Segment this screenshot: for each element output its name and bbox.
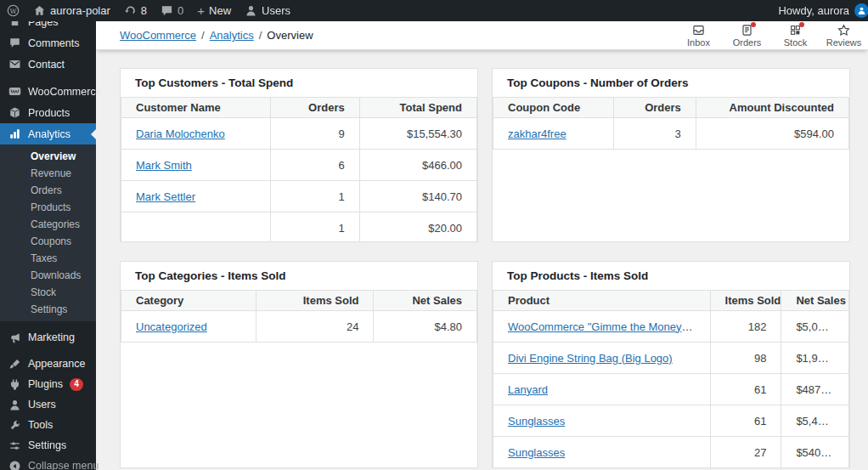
sidebar-item-plugins[interactable]: Plugins4	[0, 374, 96, 394]
comments-menu[interactable]: 0	[154, 0, 190, 21]
plugins-update-badge: 4	[70, 378, 83, 391]
table-cell: $594.00	[696, 118, 848, 150]
panel-top-coupons: Top Coupons - Number of Orders Coupon Co…	[492, 68, 850, 242]
table-cell: Lanyard	[493, 374, 711, 405]
breadcrumb-analytics[interactable]: Analytics	[210, 29, 254, 42]
brush-icon	[8, 358, 21, 371]
table-row: Lanyard61$487.39	[493, 374, 849, 405]
sidebar-item-comments[interactable]: Comments	[0, 32, 96, 54]
user-avatar[interactable]	[854, 3, 868, 18]
table-cell: 1	[270, 212, 359, 243]
activity-label: Orders	[733, 37, 762, 48]
column-header: Amount Discounted	[696, 98, 848, 118]
sidebar-item-woocommerce[interactable]: WooCommerce	[0, 81, 96, 102]
analytics-submenu: OverviewRevenueOrdersProductsCategoriesC…	[0, 144, 96, 321]
activity-button-reviews[interactable]: Reviews	[820, 21, 868, 49]
table-cell-link[interactable]: Sunglasses	[508, 415, 565, 428]
table-cell: $140.70	[359, 181, 476, 212]
activity-button-stock[interactable]: Stock	[771, 21, 820, 49]
breadcrumb-woocommerce[interactable]: WooCommerce	[120, 29, 196, 42]
table-cell-link[interactable]: Daria Molochenko	[136, 127, 225, 140]
unread-dot	[751, 22, 756, 27]
table-cell: 24	[256, 311, 374, 343]
activity-button-orders[interactable]: Orders	[723, 21, 771, 49]
table-cell: 61	[710, 374, 781, 405]
person-icon	[245, 4, 257, 17]
table-cell: Sunglasses	[493, 405, 711, 437]
submenu-item-taxes[interactable]: Taxes	[0, 250, 96, 267]
sidebar-item-label: Contact	[28, 59, 65, 71]
table-row: Sunglasses61$5,490.00	[493, 405, 849, 437]
sidebar-item-users[interactable]: Users	[0, 394, 96, 415]
table-header-row: Coupon CodeOrdersAmount Discounted	[493, 98, 849, 118]
table-cell: 1	[270, 181, 359, 212]
table-cell	[121, 212, 271, 243]
submenu-item-settings[interactable]: Settings	[0, 301, 96, 318]
column-header: Total Spend	[359, 98, 476, 118]
table-cell: Daria Molochenko	[121, 118, 271, 150]
table-cell: WooCommerce "Gimme the Money" Zipper Hoo…	[493, 311, 711, 343]
activity-button-inbox[interactable]: Inbox	[674, 21, 723, 49]
updates-menu[interactable]: 8	[117, 0, 154, 21]
table-cell-link[interactable]: Sunglasses	[508, 446, 565, 459]
column-header: Net Sales	[374, 291, 477, 311]
table-row: Mark Smith6$466.00	[121, 150, 477, 181]
site-name-menu[interactable]: aurora-polar	[26, 0, 117, 21]
admin-sidebar: PagesCommentsContactWooCommerceProductsA…	[0, 0, 96, 470]
submenu-item-orders[interactable]: Orders	[0, 182, 96, 199]
table-cell-link[interactable]: zakhar4free	[508, 127, 566, 140]
submenu-item-stock[interactable]: Stock	[0, 284, 96, 301]
users-label: Users	[262, 4, 290, 17]
submenu-item-products[interactable]: Products	[0, 199, 96, 216]
table-cell-link[interactable]: Mark Smith	[136, 159, 192, 172]
admin-bar-left: W aurora-polar 8 0 + New Users	[0, 0, 297, 21]
panel-title: Top Categories - Items Sold	[121, 262, 477, 290]
new-content-menu[interactable]: + New	[190, 0, 238, 21]
sidebar-item-products[interactable]: Products	[0, 102, 96, 123]
column-header: Items Sold	[256, 291, 374, 311]
table-cell-link[interactable]: Uncategorized	[136, 320, 207, 333]
table-cell: Mark Settler	[121, 181, 271, 212]
active-menu-arrow	[86, 129, 96, 139]
activity-label: Inbox	[687, 37, 710, 48]
sidebar-item-label: Marketing	[28, 331, 75, 343]
column-header: Category	[121, 291, 256, 311]
sidebar-item-settings[interactable]: Settings	[0, 435, 96, 456]
panel-title: Top Coupons - Number of Orders	[493, 69, 849, 97]
comments-icon	[8, 37, 21, 49]
admin-bar: W aurora-polar 8 0 + New Users Howdy, au…	[0, 0, 868, 21]
submenu-item-categories[interactable]: Categories	[0, 216, 96, 233]
table-cell: $15,554.30	[359, 118, 476, 150]
table-cell-link[interactable]: WooCommerce "Gimme the Money" Zipper Hoo…	[508, 320, 710, 333]
column-header: Orders	[614, 98, 696, 118]
table-row: WooCommerce "Gimme the Money" Zipper Hoo…	[493, 311, 849, 343]
users-admin-menu[interactable]: Users	[238, 0, 297, 21]
sidebar-item-collapse-menu[interactable]: Collapse menu	[0, 456, 96, 470]
table-cell: 9	[270, 118, 359, 150]
sidebar-item-tools[interactable]: Tools	[0, 415, 96, 435]
table-cell: Divi Engine String Bag (Big Logo)	[493, 343, 711, 374]
wordpress-logo-menu[interactable]: W	[0, 0, 26, 21]
sidebar-item-analytics[interactable]: Analytics	[0, 123, 96, 144]
submenu-item-revenue[interactable]: Revenue	[0, 165, 96, 182]
table-cell-link[interactable]: Divi Engine String Bag (Big Logo)	[508, 352, 673, 365]
sidebar-item-marketing[interactable]: Marketing	[0, 327, 96, 348]
submenu-item-overview[interactable]: Overview	[0, 148, 96, 165]
table-cell-link[interactable]: Mark Settler	[136, 190, 195, 203]
table-row: Divi Engine String Bag (Big Logo)98$1,95…	[493, 343, 849, 374]
submenu-item-downloads[interactable]: Downloads	[0, 267, 96, 284]
sidebar-item-contact[interactable]: Contact	[0, 54, 96, 75]
update-count: 8	[141, 4, 147, 17]
admin-bar-right: Howdy, aurora	[778, 0, 868, 21]
user-icon	[8, 399, 21, 411]
howdy-label[interactable]: Howdy, aurora	[778, 4, 854, 17]
sidebar-item-appearance[interactable]: Appearance	[0, 354, 96, 374]
table-cell-link[interactable]: Lanyard	[508, 383, 548, 396]
update-icon	[124, 4, 137, 17]
sliders-icon	[8, 439, 21, 452]
analytics-dashboard: Top Customers - Total Spend Customer Nam…	[96, 50, 868, 468]
collapse-icon	[8, 460, 21, 470]
comment-count: 0	[178, 4, 183, 17]
table-header-row: CategoryItems SoldNet Sales	[121, 291, 477, 311]
submenu-item-coupons[interactable]: Coupons	[0, 233, 96, 250]
